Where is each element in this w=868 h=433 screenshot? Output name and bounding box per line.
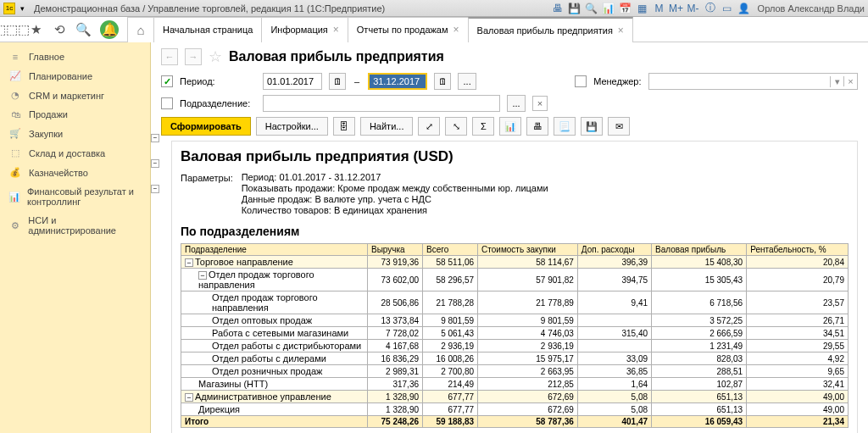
dropdown-icon[interactable]: ▾ bbox=[830, 76, 843, 87]
sidebar-item-warehouse[interactable]: ⬚Склад и доставка bbox=[0, 143, 150, 163]
tab-reports[interactable]: Отчеты по продажам× bbox=[348, 17, 469, 42]
dept-label: Подразделение: bbox=[180, 98, 256, 108]
cell: 672,69 bbox=[478, 391, 578, 403]
notifications-icon[interactable]: 🔔 bbox=[100, 20, 119, 39]
cell: 23,57 bbox=[747, 291, 849, 314]
home-tab[interactable]: ⌂ bbox=[127, 17, 154, 42]
star-icon[interactable]: ☆ bbox=[209, 47, 222, 66]
tab-info[interactable]: Информация× bbox=[261, 17, 348, 42]
sidebar-item-planning[interactable]: 📈Планирование bbox=[0, 66, 150, 86]
help-icon[interactable]: ⓘ bbox=[704, 2, 717, 15]
clear-icon[interactable]: × bbox=[843, 76, 857, 86]
mail-button[interactable]: ✉ bbox=[608, 117, 630, 136]
cell: 33,09 bbox=[577, 353, 651, 365]
cell: 16 008,26 bbox=[423, 353, 478, 365]
outline-toggle[interactable]: − bbox=[151, 185, 159, 193]
m-minus-icon[interactable]: M- bbox=[687, 2, 700, 15]
sidebar-item-crm[interactable]: ◔CRM и маркетинг bbox=[0, 86, 150, 105]
export-button[interactable]: 📃 bbox=[554, 117, 576, 136]
cell: 49,00 bbox=[747, 403, 849, 416]
cell: 651,13 bbox=[652, 403, 747, 416]
collapse-button[interactable]: ⤡ bbox=[445, 117, 467, 136]
find-button[interactable]: Найти... bbox=[360, 117, 414, 136]
forward-button[interactable]: → bbox=[185, 48, 202, 65]
cell: 212,85 bbox=[478, 378, 578, 391]
print-button[interactable]: 🖶 bbox=[526, 117, 548, 136]
generate-button[interactable]: Сформировать bbox=[161, 117, 251, 136]
tab-start[interactable]: Начальная страница bbox=[153, 17, 262, 42]
dept-clear-button[interactable]: × bbox=[532, 96, 548, 111]
sidebar-item-finance[interactable]: 📊Финансовый результат и контроллинг bbox=[0, 182, 150, 211]
sidebar-item-purchases[interactable]: 🛒Закупки bbox=[0, 124, 150, 143]
cell: 4 167,68 bbox=[368, 340, 423, 353]
calc-icon[interactable]: 📊 bbox=[602, 2, 615, 15]
sidebar-item-nsi[interactable]: ⚙НСИ и администрирование bbox=[0, 211, 150, 240]
dept-field[interactable] bbox=[263, 95, 500, 112]
close-icon[interactable]: × bbox=[618, 25, 624, 36]
manager-field[interactable]: ▾× bbox=[648, 73, 858, 90]
date-from-field[interactable]: 01.01.2017 bbox=[263, 73, 322, 90]
tree-toggle[interactable]: − bbox=[185, 258, 193, 267]
manager-checkbox[interactable] bbox=[575, 75, 587, 87]
cell: 2 936,19 bbox=[478, 340, 578, 353]
cell: 1,64 bbox=[577, 378, 651, 391]
col-header[interactable]: Рентабельность, % bbox=[747, 244, 849, 256]
panel-icon[interactable]: ▭ bbox=[721, 2, 734, 15]
col-header[interactable]: Выручка bbox=[368, 244, 423, 256]
sidebar-item-main[interactable]: ≡Главное bbox=[0, 47, 150, 66]
col-header[interactable]: Доп. расходы bbox=[577, 244, 651, 256]
tree-toggle[interactable]: − bbox=[185, 393, 193, 402]
cell: 1 328,90 bbox=[368, 403, 423, 416]
calendar-icon[interactable]: 📅 bbox=[619, 2, 632, 15]
search-icon[interactable]: 🔍 bbox=[585, 2, 598, 15]
period-picker-button[interactable]: ... bbox=[458, 73, 476, 90]
tab-gross-profit[interactable]: Валовая прибыль предприятия× bbox=[468, 17, 633, 42]
back-button[interactable]: ← bbox=[161, 48, 178, 65]
chart-button[interactable]: 📊 bbox=[499, 117, 521, 136]
row-name: Отдел продаж торгового направления bbox=[212, 292, 318, 313]
col-header[interactable]: Валовая прибыль bbox=[652, 244, 747, 256]
sidebar-item-treasury[interactable]: 💰Казначейство bbox=[0, 163, 150, 182]
cell: 4,92 bbox=[747, 353, 849, 365]
app-menu-dropdown[interactable]: ▾ bbox=[20, 4, 29, 13]
user-name[interactable]: Орлов Александр Влади bbox=[754, 3, 865, 14]
outline-toggle[interactable]: − bbox=[151, 159, 159, 168]
calendar-to-icon[interactable]: 🗓 bbox=[434, 73, 451, 90]
tree-toggle[interactable]: − bbox=[198, 271, 207, 280]
expand-button[interactable]: ⤢ bbox=[418, 117, 440, 136]
col-header[interactable]: Подразделение bbox=[181, 244, 368, 256]
outline-toggle[interactable]: − bbox=[151, 134, 159, 142]
grid-icon[interactable]: ▦ bbox=[636, 2, 649, 15]
search-button[interactable]: 🔍 bbox=[71, 18, 95, 42]
calendar-from-icon[interactable]: 🗓 bbox=[329, 73, 346, 90]
col-header[interactable]: Стоимость закупки bbox=[478, 244, 578, 256]
cell: 9 801,59 bbox=[478, 314, 578, 327]
row-name: Магазины (НТТ) bbox=[198, 379, 268, 389]
date-to-field[interactable]: 31.12.2017 bbox=[368, 73, 427, 90]
settings-button[interactable]: Настройки... bbox=[256, 117, 328, 136]
close-icon[interactable]: × bbox=[333, 24, 339, 36]
dept-checkbox[interactable] bbox=[161, 97, 173, 109]
save-icon[interactable]: 💾 bbox=[568, 2, 581, 15]
print-icon[interactable]: 🖶 bbox=[551, 2, 565, 15]
close-icon[interactable]: × bbox=[453, 24, 459, 36]
cell: 28 506,86 bbox=[368, 291, 423, 314]
favorite-icon[interactable]: ★ bbox=[24, 18, 47, 42]
save-report-button[interactable]: 💾 bbox=[581, 117, 603, 136]
cell: 15 975,17 bbox=[478, 353, 578, 365]
col-header[interactable]: Всего bbox=[423, 244, 478, 256]
history-icon[interactable]: ⟲ bbox=[47, 18, 71, 42]
cell: 4 746,03 bbox=[478, 327, 578, 340]
filter-button[interactable]: 🗄 bbox=[333, 117, 355, 136]
sum-button[interactable]: Σ bbox=[472, 117, 494, 136]
period-label: Период: bbox=[180, 76, 256, 86]
cell bbox=[577, 340, 651, 353]
m-icon[interactable]: M bbox=[653, 2, 666, 15]
dept-picker-button[interactable]: ... bbox=[507, 95, 526, 112]
row-name: Дирекция bbox=[198, 404, 240, 414]
apps-icon[interactable]: ⬚⬚⬚ bbox=[0, 18, 24, 42]
period-checkbox[interactable]: ✓ bbox=[161, 75, 173, 87]
sidebar-item-sales[interactable]: 🛍Продажи bbox=[0, 105, 150, 124]
m-plus-icon[interactable]: M+ bbox=[670, 2, 683, 15]
cell: 15 408,30 bbox=[652, 256, 747, 269]
